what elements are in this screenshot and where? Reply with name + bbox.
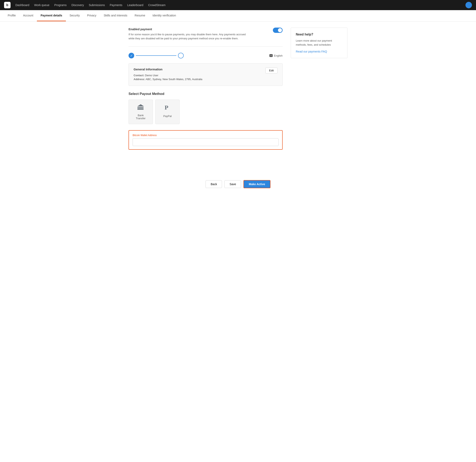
nav-crowdstream[interactable]: CrowdStream — [148, 3, 166, 7]
user-avatar[interactable] — [466, 2, 472, 8]
make-active-button[interactable]: Make Active — [244, 180, 270, 188]
help-card: Need help? Learn more about our payment … — [291, 28, 348, 58]
sub-navigation: Profile Account Payment details Security… — [0, 10, 476, 22]
payout-methods: Bank Transfer P PayPal — [128, 100, 283, 124]
tab-payment-details[interactable]: Payment details — [37, 10, 66, 21]
svg-rect-1 — [139, 107, 140, 109]
tab-privacy[interactable]: Privacy — [83, 10, 100, 21]
tab-skills-interests[interactable]: Skills and interests — [100, 10, 131, 21]
svg-rect-2 — [140, 107, 141, 109]
payout-section: Select Payout Method — [128, 92, 283, 124]
help-description: Learn more about our payment methods, fe… — [296, 39, 342, 47]
stepper-line — [136, 55, 176, 56]
address-label: Address: — [134, 78, 145, 81]
step-1-circle: ✓ — [128, 53, 134, 58]
help-title: Need help? — [296, 33, 342, 36]
bank-transfer-icon — [137, 104, 144, 112]
svg-text:P: P — [165, 104, 168, 111]
nav-leaderboard[interactable]: Leaderboard — [127, 3, 143, 7]
nav-workqueue[interactable]: Work queue — [34, 3, 50, 7]
step-1-checkmark: ✓ — [130, 54, 133, 58]
enabled-payment-section: Enabled payment If for some reason you'd… — [128, 28, 283, 47]
language-label: English — [274, 54, 283, 57]
tab-identity-verification[interactable]: Identity verification — [149, 10, 180, 21]
bitcoin-label: Bitcoin Wallet Address — [133, 134, 279, 137]
enabled-payment-text: Enabled payment If for some reason you'd… — [128, 28, 246, 40]
paypal-icon: P — [164, 104, 171, 112]
main-container: Enabled payment If for some reason you'd… — [125, 22, 351, 162]
save-button[interactable]: Save — [224, 180, 241, 188]
edit-button[interactable]: Edit — [265, 68, 278, 73]
general-info-content: General Information Contact: Demo User A… — [134, 68, 202, 82]
nav-dashboard[interactable]: Dashboard — [15, 3, 29, 7]
top-navigation: b Dashboard Work queue Programs Discover… — [0, 0, 476, 10]
bitcoin-wallet-input[interactable] — [133, 138, 279, 146]
tab-resume[interactable]: Resume — [131, 10, 149, 21]
address-row: Address: ABC, Sydney, New South Wales, 2… — [134, 78, 202, 81]
svg-rect-4 — [143, 107, 143, 109]
payout-paypal[interactable]: P PayPal — [155, 100, 180, 124]
bitcoin-section: Bitcoin Wallet Address — [128, 130, 283, 150]
contact-value: Demo User — [145, 74, 158, 77]
paypal-label: PayPal — [163, 115, 171, 118]
tab-security[interactable]: Security — [66, 10, 84, 21]
back-button[interactable]: Back — [205, 180, 222, 188]
nav-discovery[interactable]: Discovery — [71, 3, 84, 7]
svg-rect-0 — [138, 107, 138, 109]
enabled-payment-desc: If for some reason you'd like to pause p… — [128, 33, 246, 40]
step-2-circle — [178, 53, 184, 58]
help-link[interactable]: Read our payments FAQ — [296, 50, 327, 53]
contact-label: Contact: — [134, 74, 144, 77]
stepper: ✓ AI English — [128, 53, 283, 58]
contact-row: Contact: Demo User — [134, 74, 202, 77]
main-content: Enabled payment If for some reason you'd… — [128, 28, 283, 156]
language-icon: AI — [269, 54, 273, 57]
svg-rect-3 — [141, 107, 142, 109]
sidebar: Need help? Learn more about our payment … — [291, 28, 348, 58]
payout-section-title: Select Payout Method — [128, 92, 283, 96]
nav-submissions[interactable]: Submissions — [89, 3, 105, 7]
payment-toggle[interactable] — [273, 28, 283, 33]
general-info-title: General Information — [134, 68, 202, 71]
nav-payments[interactable]: Payments — [110, 3, 122, 7]
logo[interactable]: b — [4, 2, 10, 8]
tab-profile[interactable]: Profile — [4, 10, 19, 21]
tab-account[interactable]: Account — [19, 10, 37, 21]
svg-marker-5 — [137, 104, 144, 106]
general-info-card: General Information Contact: Demo User A… — [128, 63, 283, 86]
svg-rect-6 — [137, 109, 144, 110]
address-value: ABC, Sydney, New South Wales, 2795, Aust… — [145, 78, 202, 81]
nav-programs[interactable]: Programs — [54, 3, 67, 7]
footer-actions: Back Save Make Active — [0, 174, 476, 196]
bank-transfer-label: Bank Transfer — [134, 114, 148, 120]
language-selector[interactable]: AI English — [269, 54, 283, 57]
enabled-payment-title: Enabled payment — [128, 28, 246, 31]
payout-bank-transfer[interactable]: Bank Transfer — [128, 100, 153, 124]
